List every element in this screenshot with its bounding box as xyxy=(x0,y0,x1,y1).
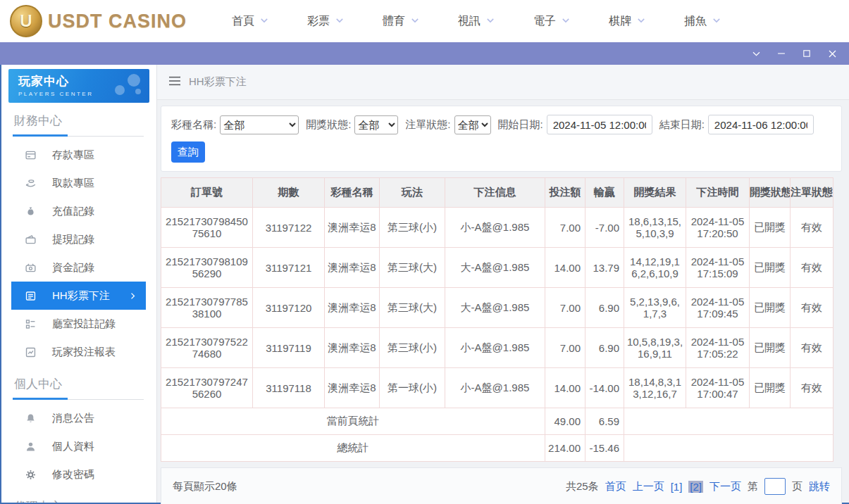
main-nav: 首頁 彩票 體育 視訊 電子 棋牌 捕魚 xyxy=(232,14,721,29)
sidebar-item-label: 充值記錄 xyxy=(52,205,94,218)
sidebar-item-room-bet-record[interactable]: 廳室投註記錄 xyxy=(1,310,156,338)
nav-label: 捕魚 xyxy=(684,14,707,29)
table-row: 2152173079752274680 31197119 澳洲幸运8 第三球(小… xyxy=(161,328,833,368)
win-loss-cell: 6.90 xyxy=(585,328,624,368)
sidebar-item-announcements[interactable]: 消息公告 xyxy=(1,404,156,432)
bet-info-cell: 大-A盤@1.985 xyxy=(445,288,545,328)
table-header-row: 訂單號 期數 彩種名稱 玩法 下注信息 投注額 輸贏 開獎結果 下注時間 開獎狀… xyxy=(161,178,833,208)
nav-item-fishing[interactable]: 捕魚 xyxy=(684,14,721,29)
col-order-no: 訂單號 xyxy=(161,178,253,208)
col-draw-result: 開獎結果 xyxy=(624,178,686,208)
prev-page-link[interactable]: 上一页 xyxy=(633,480,664,493)
col-order-status: 注單狀態 xyxy=(791,178,833,208)
maximize-icon[interactable] xyxy=(801,48,812,59)
lottery-bet-icon xyxy=(25,290,37,302)
nav-item-sports[interactable]: 體育 xyxy=(383,14,420,29)
lottery-name-select[interactable]: 全部 xyxy=(220,115,299,134)
bell-icon xyxy=(25,412,37,424)
sidebar-item-player-bet-report[interactable]: 玩家投注報表 xyxy=(1,338,156,366)
nav-item-live[interactable]: 視訊 xyxy=(458,14,495,29)
start-date-input[interactable] xyxy=(547,115,652,134)
sidebar-item-change-password[interactable]: 修改密碼 xyxy=(1,460,156,489)
draw-result-cell: 18,6,13,15,5,10,3,9 xyxy=(624,208,686,248)
page-2-link-current[interactable]: [2] xyxy=(688,481,703,493)
sidebar-item-withdrawal-record[interactable]: 提現記錄 xyxy=(1,225,156,253)
bet-amount-cell: 7.00 xyxy=(545,208,585,248)
draw-status-label: 開獎狀態: xyxy=(306,118,351,132)
sidebar-item-profile[interactable]: 個人資料 xyxy=(1,432,156,460)
section-underline xyxy=(13,398,144,400)
lottery-name-cell: 澳洲幸运8 xyxy=(325,248,380,288)
deposit-icon xyxy=(25,149,37,161)
col-bet-info: 下注信息 xyxy=(445,178,545,208)
window-titlebar xyxy=(0,42,849,65)
nav-item-lottery[interactable]: 彩票 xyxy=(307,14,345,29)
withdrawal-record-icon xyxy=(25,234,37,246)
collapse-chevron-icon[interactable] xyxy=(750,48,762,59)
chevron-down-icon xyxy=(485,14,495,28)
nav-label: 體育 xyxy=(383,14,405,29)
casino-logo-icon: U xyxy=(10,5,42,37)
col-lottery-name: 彩種名稱 xyxy=(325,178,380,208)
draw-status-cell: 已開獎 xyxy=(750,328,791,368)
order-status-select[interactable]: 全部 xyxy=(454,115,491,134)
sidebar-item-hh-lottery-bet[interactable]: HH彩票下注 xyxy=(11,282,146,310)
sidebar-item-deposit-zone[interactable]: 存款專區 xyxy=(1,141,156,169)
bet-time-cell: 2024-11-05 17:05:22 xyxy=(686,328,750,368)
bet-time-cell: 2024-11-05 17:00:47 xyxy=(686,368,750,408)
breadcrumb: HH彩票下注 xyxy=(157,65,849,100)
nav-item-home[interactable]: 首頁 xyxy=(232,14,269,29)
draw-result-cell: 14,12,19,16,2,6,10,9 xyxy=(624,248,686,288)
filter-panel: 彩種名稱: 全部 開獎狀態: 全部 注單狀態: 全部 開始日期: 結束日期: 查… xyxy=(161,106,842,172)
period-cell: 31197122 xyxy=(253,208,325,248)
report-icon xyxy=(25,346,37,358)
pagination: 共25条 首页 上一页 [1] [2] 下一页 第 页 跳转 xyxy=(566,478,830,495)
draw-result-cell: 10,5,8,19,3,16,9,11 xyxy=(624,328,686,368)
chevron-down-icon xyxy=(335,14,345,28)
order-status-cell: 有效 xyxy=(791,368,833,408)
period-cell: 31197121 xyxy=(253,248,325,288)
grand-summary-win-loss: -15.46 xyxy=(585,435,624,462)
jump-suffix-label: 页 xyxy=(792,480,802,493)
personal-menu: 消息公告 個人資料 修改密碼 xyxy=(1,404,156,489)
draw-status-select[interactable]: 全部 xyxy=(354,115,398,134)
main-area: HH彩票下注 彩種名稱: 全部 開獎狀態: 全部 注單狀態: 全部 開始日期: … xyxy=(157,65,849,503)
sidebar-item-funds-record[interactable]: 資金記錄 xyxy=(1,253,156,282)
bet-time-cell: 2024-11-05 17:20:50 xyxy=(686,208,750,248)
chevron-down-icon xyxy=(259,14,269,28)
jump-prefix-label: 第 xyxy=(748,480,758,493)
section-underline xyxy=(13,134,144,137)
table-row: 2152173079778538100 31197120 澳洲幸运8 第三球(大… xyxy=(161,288,833,328)
minimize-icon[interactable] xyxy=(776,48,787,59)
jump-page-input[interactable] xyxy=(764,478,786,495)
page-summary-empty xyxy=(624,408,833,435)
table-footer: 每頁顯示20條 共25条 首页 上一页 [1] [2] 下一页 第 页 跳转 xyxy=(161,467,842,504)
page-summary-bet-total: 49.00 xyxy=(545,408,585,435)
draw-status-cell: 已開獎 xyxy=(750,248,791,288)
sidebar-item-recharge-record[interactable]: 充值記錄 xyxy=(1,197,156,225)
draw-status-cell: 已開獎 xyxy=(750,208,791,248)
top-navbar: U USDT CASINO 首頁 彩票 體育 視訊 電子 棋牌 捕魚 xyxy=(0,0,849,42)
order-status-cell: 有效 xyxy=(791,328,833,368)
sidebar-item-label: 修改密碼 xyxy=(52,468,94,481)
brand-logo[interactable]: U USDT CASINO xyxy=(10,5,187,37)
search-button[interactable]: 查詢 xyxy=(171,141,205,163)
grand-summary-label: 總統計 xyxy=(161,435,545,462)
sidebar-item-withdraw-zone[interactable]: 取款專區 xyxy=(1,169,156,197)
win-loss-cell: -14.00 xyxy=(585,368,624,408)
nav-label: 彩票 xyxy=(307,14,330,29)
hamburger-menu-icon[interactable] xyxy=(168,75,181,89)
end-date-input[interactable] xyxy=(708,115,814,134)
nav-item-cards[interactable]: 棋牌 xyxy=(609,14,646,29)
first-page-link[interactable]: 首页 xyxy=(605,480,626,493)
nav-item-slots[interactable]: 電子 xyxy=(533,14,571,29)
page-1-link[interactable]: [1] xyxy=(671,481,683,493)
order-no-cell: 2152173079724756260 xyxy=(161,368,253,408)
play-cell: 第三球(大) xyxy=(380,288,445,328)
close-icon[interactable] xyxy=(826,48,838,59)
chevron-down-icon xyxy=(636,14,646,28)
next-page-link[interactable]: 下一页 xyxy=(709,480,741,493)
start-date-label: 開始日期: xyxy=(498,118,543,132)
recharge-record-icon xyxy=(25,206,37,218)
jump-button[interactable]: 跳转 xyxy=(809,480,830,493)
